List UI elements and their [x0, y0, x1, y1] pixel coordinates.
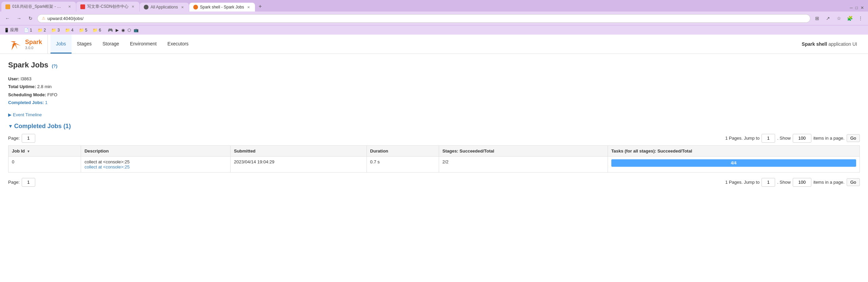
bookmark-1[interactable]: 📄 1: [22, 27, 34, 33]
cell-duration: 0.7 s: [367, 156, 439, 172]
nav-environment[interactable]: Environment: [124, 35, 162, 54]
event-timeline-section: ▶ Event Timeline: [8, 112, 860, 117]
tab-3-favicon: [144, 5, 149, 9]
collapse-icon: ▼: [8, 123, 13, 129]
cell-tasks: 4/4: [608, 156, 860, 172]
tab-4-close[interactable]: ✕: [246, 5, 251, 9]
show-label-top: . Show: [777, 136, 791, 141]
star-icon[interactable]: ☆: [834, 14, 844, 23]
description-line1: collect at <console>:25: [84, 159, 227, 164]
tab-1-close[interactable]: ✕: [67, 4, 72, 9]
main-content: Spark Jobs (?) User: l3863 Total Uptime:…: [0, 54, 868, 196]
bookmark-2[interactable]: 📁 2: [36, 27, 47, 33]
nav-storage[interactable]: Storage: [97, 35, 124, 54]
cell-job-id: 0: [8, 156, 81, 172]
tab-3[interactable]: All Applications ✕: [140, 3, 189, 12]
page-number-bottom[interactable]: [22, 178, 35, 187]
bookmark-apps[interactable]: 📱 应用: [3, 26, 20, 34]
go-button-bottom[interactable]: Go: [847, 178, 860, 186]
tab-1-title: 018.尚硅谷_Spark框架 - 运行环境...: [12, 4, 65, 9]
tab-1[interactable]: 018.尚硅谷_Spark框架 - 运行环境... ✕: [1, 2, 76, 12]
tab-3-title: All Applications: [151, 5, 178, 9]
back-button[interactable]: ←: [3, 14, 12, 23]
nav-stages[interactable]: Stages: [72, 35, 97, 54]
tasks-progress-fill: 4/4: [611, 159, 856, 167]
tab-2-close[interactable]: ✕: [131, 4, 135, 9]
timeline-arrow-icon: ▶: [8, 112, 12, 117]
minimize-icon[interactable]: ─: [850, 5, 853, 10]
col-submitted: Submitted: [231, 145, 367, 156]
description-link[interactable]: collect at <console>:25: [84, 164, 130, 169]
completed-jobs-link[interactable]: Completed Jobs: 1: [8, 100, 47, 105]
bookmark-4[interactable]: 📁 4: [64, 27, 75, 33]
sort-icon[interactable]: ▼: [27, 149, 30, 153]
pagination-top-right: 1 Pages. Jump to . Show items in a page.…: [725, 134, 860, 143]
spark-header: Spark 3.0.0 Jobs Stages Storage Environm…: [0, 35, 868, 54]
tab-3-close[interactable]: ✕: [180, 5, 185, 9]
pagination-top-left: Page:: [8, 134, 35, 143]
page-label-bottom: Page:: [8, 180, 20, 185]
jump-to-bottom[interactable]: [762, 178, 775, 187]
scheduling-row: Scheduling Mode: FIFO: [8, 91, 860, 99]
new-tab-button[interactable]: +: [255, 1, 265, 12]
help-icon[interactable]: (?): [52, 63, 58, 68]
spark-logo-text: Spark 3.0.0: [25, 39, 42, 50]
tab-4[interactable]: Spark shell - Spark Jobs ✕: [189, 3, 255, 12]
bookmark-5[interactable]: 📁 5: [78, 27, 89, 33]
nav-executors[interactable]: Executors: [162, 35, 194, 54]
pagination-bottom-right: 1 Pages. Jump to . Show items in a page.…: [725, 178, 860, 187]
spark-logo-word: Spark: [25, 39, 42, 46]
extra-icon-2[interactable]: ⬡: [127, 28, 131, 33]
refresh-button[interactable]: ↻: [26, 14, 35, 23]
info-section: User: l3863 Total Uptime: 2.8 min Schedu…: [8, 75, 860, 107]
bookmarks-bar: 📱 应用 📄 1 📁 2 📁 3 📁 4 📁 5 📁 6 🎮 ▶ ◉ ⬡ 📺: [0, 25, 868, 35]
show-count-bottom[interactable]: [793, 178, 811, 187]
app-title-suffix: application UI: [828, 41, 857, 47]
tab-4-favicon: [193, 5, 198, 9]
steam-icon[interactable]: 🎮: [108, 28, 113, 33]
address-text: upward:4040/jobs/: [47, 16, 83, 21]
browser-chrome: 018.尚硅谷_Spark框架 - 运行环境... ✕ 写文章-CSDN创作中心…: [0, 0, 868, 35]
cell-description: collect at <console>:25 collect at <cons…: [81, 156, 231, 172]
extension-icon[interactable]: 🧩: [845, 14, 854, 23]
pagination-top: Page: 1 Pages. Jump to . Show items in a…: [8, 134, 860, 143]
page-number-top[interactable]: [22, 134, 35, 143]
jump-to-top[interactable]: [762, 134, 775, 143]
extra-icon-1[interactable]: ◉: [121, 28, 125, 33]
col-stages: Stages: Succeeded/Total: [439, 145, 608, 156]
show-count-top[interactable]: [793, 134, 811, 143]
spark-version: 3.0.0: [25, 46, 42, 50]
completed-jobs-row: Completed Jobs: 1: [8, 99, 860, 106]
col-duration: Duration: [367, 145, 439, 156]
go-button-top[interactable]: Go: [847, 134, 860, 142]
uptime-row: Total Uptime: 2.8 min: [8, 83, 860, 90]
spark-logo-icon: [5, 37, 22, 51]
event-timeline-toggle[interactable]: ▶ Event Timeline: [8, 112, 860, 117]
page-title: Spark Jobs (?): [8, 61, 860, 69]
spark-app-title: Spark shell application UI: [796, 35, 863, 54]
extra-icon-3[interactable]: 📺: [134, 28, 139, 33]
page-label-top: Page:: [8, 136, 20, 141]
forward-button[interactable]: →: [14, 14, 24, 23]
youtube-icon[interactable]: ▶: [116, 28, 119, 33]
maximize-icon[interactable]: □: [855, 5, 858, 10]
translate-icon[interactable]: ⊞: [812, 14, 822, 23]
completed-jobs-header[interactable]: ▼ Completed Jobs (1): [8, 123, 860, 130]
close-window-icon[interactable]: ✕: [861, 5, 864, 10]
bookmark-6[interactable]: 📁 6: [91, 27, 102, 33]
nav-jobs[interactable]: Jobs: [51, 35, 72, 54]
pages-info-top: 1 Pages. Jump to: [725, 136, 760, 141]
toolbar-actions: ⊞ ↗ ☆ 🧩 ⋮: [812, 14, 865, 23]
bookmark-3[interactable]: 📁 3: [50, 27, 61, 33]
tab-1-favicon: [5, 4, 10, 9]
address-bar[interactable]: ⚠ upward:4040/jobs/: [37, 14, 810, 23]
show-label-bottom: . Show: [777, 180, 791, 185]
tab-2[interactable]: 写文章-CSDN创作中心 ✕: [76, 2, 139, 12]
tab-2-favicon: [80, 4, 85, 9]
share-icon[interactable]: ↗: [823, 14, 833, 23]
more-icon[interactable]: ⋮: [856, 14, 865, 23]
browser-toolbar: ← → ↻ ⚠ upward:4040/jobs/ ⊞ ↗ ☆ 🧩 ⋮: [0, 12, 868, 25]
security-icon: ⚠: [42, 16, 45, 21]
spark-logo-area: Spark 3.0.0: [5, 35, 48, 54]
table-header-row: Job Id ▼ Description Submitted Duration …: [8, 145, 860, 156]
